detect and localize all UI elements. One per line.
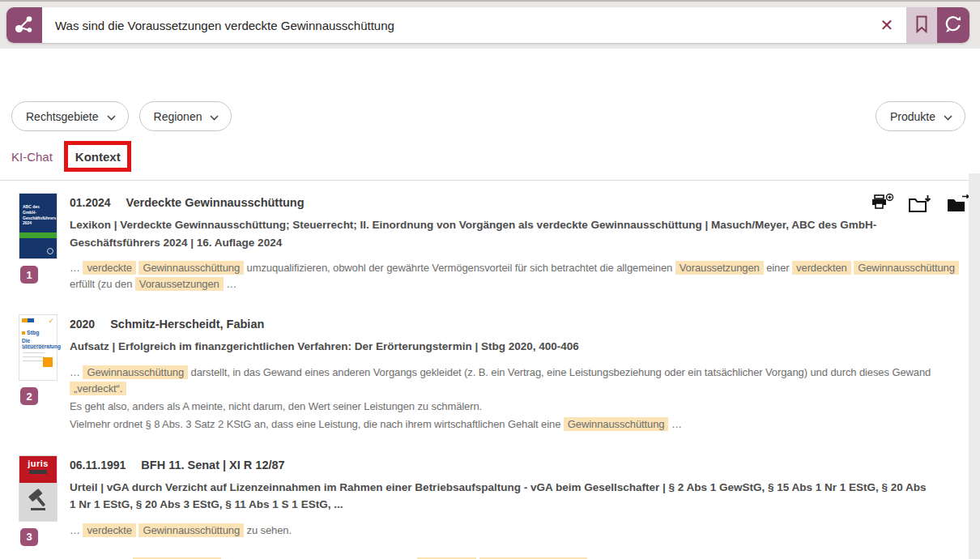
result-body: 2020 Schmitz-Herscheidt, Fabian Aufsatz … (70, 315, 980, 433)
filter-produkte[interactable]: Produkte (876, 101, 965, 131)
snippet-line: Vielmehr ordnet § 8 Abs. 3 Satz 2 KStG a… (70, 416, 967, 433)
filter-rechtsgebiete[interactable]: Rechtsgebiete (11, 101, 129, 131)
folder-download-button[interactable] (908, 194, 932, 214)
document-thumbnail[interactable]: ABC des GmbH-Geschäftsführers 2024 (19, 194, 57, 258)
filter-regionen[interactable]: Regionen (139, 101, 232, 131)
result-snippet: … Gewinnausschüttung darstellt, in das G… (70, 365, 967, 433)
tab-kontext[interactable]: Kontext (75, 150, 121, 164)
search-input[interactable] (42, 7, 867, 43)
result-title[interactable]: Schmitz-Herscheidt, Fabian (110, 318, 264, 331)
tab-ki-chat[interactable]: KI-Chat (11, 150, 53, 164)
result-head: 01.2024 Verdeckte Gewinnausschüttung (70, 196, 967, 209)
highlighted-term: Gewinnausschüttung (854, 261, 959, 275)
result-item: ✓StbgDie Steuerberatung 2 2020 Schmitz-H… (19, 315, 980, 433)
chevron-down-icon (107, 110, 116, 123)
result-head: 06.11.1991 BFH 11. Senat | XI R 12/87 (70, 459, 967, 472)
result-date: 06.11.1991 (70, 459, 126, 472)
print-add-button[interactable] (870, 194, 894, 214)
chevron-down-icon (210, 110, 219, 123)
folder-export-button[interactable] (946, 194, 970, 214)
result-subtitle: Urteil | vGA durch Verzicht auf Lizenzei… (70, 479, 967, 514)
rerun-chat-button[interactable] (937, 7, 969, 43)
folder-download-icon (908, 204, 932, 216)
filter-label: Produkte (890, 110, 935, 123)
tab-kontext-wrap: Kontext (75, 150, 121, 164)
result-actions (870, 194, 970, 214)
document-thumbnail[interactable]: juris (19, 456, 57, 521)
result-title[interactable]: Verdeckte Gewinnausschüttung (126, 196, 305, 209)
result-title[interactable]: BFH 11. Senat | XI R 12/87 (141, 459, 284, 472)
highlighted-term: verdeckte (83, 523, 135, 537)
results-list: ABC des GmbH-Geschäftsführers 2024 1 01.… (0, 181, 980, 559)
cover-brand: juris (19, 456, 57, 483)
cover-title: ABC des GmbH-Geschäftsführers 2024 (23, 204, 53, 226)
folder-export-icon (946, 204, 970, 216)
highlighted-term: Gewinnausschüttung (138, 261, 244, 275)
clear-search-button[interactable]: ✕ (867, 7, 906, 43)
result-snippet: … verdeckte Gewinnausschüttung zu sehen.… (70, 523, 967, 559)
result-subtitle: Aufsatz | Erfolgreich im finanzgerichtli… (70, 338, 967, 356)
network-icon (14, 14, 35, 37)
result-head: 2020 Schmitz-Herscheidt, Fabian (70, 318, 967, 331)
scrollbar-track[interactable] (969, 173, 980, 559)
result-left-column: ✓StbgDie Steuerberatung 2 (19, 315, 70, 433)
print-add-icon (870, 204, 894, 216)
highlighted-term: Gewinnausschüttung (564, 417, 669, 431)
gavel-icon (27, 489, 49, 514)
search-results-page: ✕ Recht (0, 0, 980, 559)
filter-label: Regionen (154, 110, 202, 123)
close-icon: ✕ (880, 15, 894, 35)
result-number-badge: 2 (20, 387, 38, 405)
highlighted-term: verdeckte (83, 261, 135, 275)
bookmark-icon (915, 15, 928, 36)
snippet-line: … Gewinnausschüttung darstellt, in das G… (70, 365, 967, 397)
snippet-line: … verdeckte Gewinnausschüttung umzuquali… (70, 260, 967, 292)
publisher-logo (22, 318, 34, 322)
result-date: 2020 (70, 318, 95, 331)
check-icon: ✓ (48, 318, 54, 324)
ai-search-button[interactable] (6, 7, 42, 43)
result-body: 01.2024 Verdeckte Gewinnausschüttung Lex… (70, 194, 980, 292)
result-subtitle: Lexikon | Verdeckte Gewinnausschüttung; … (70, 216, 967, 251)
cover-brand: Stbg (22, 330, 54, 335)
search-header: ✕ (0, 0, 980, 49)
result-body: 06.11.1991 BFH 11. Senat | XI R 12/87 Ur… (70, 456, 980, 559)
filter-label: Rechtsgebiete (26, 110, 99, 123)
filter-row: Rechtsgebiete Regionen Produkte (11, 101, 965, 131)
result-left-column: juris 3 (19, 456, 70, 559)
result-number-badge: 1 (20, 266, 38, 284)
result-item: ABC des GmbH-Geschäftsführers 2024 1 01.… (19, 194, 980, 292)
highlighted-term: verdeckten (792, 261, 851, 275)
chat-refresh-icon (944, 15, 963, 36)
chevron-down-icon (944, 110, 952, 123)
result-left-column: ABC des GmbH-Geschäftsführers 2024 1 (19, 194, 70, 292)
highlighted-term: Gewinnausschüttung (138, 523, 244, 537)
highlighted-term: „verdeckt“. (70, 382, 126, 395)
search-bar: ✕ (6, 7, 969, 43)
highlighted-term: Voraussetzungen (135, 277, 224, 291)
cover-stripe (19, 233, 57, 238)
document-thumbnail[interactable]: ✓StbgDie Steuerberatung (19, 315, 57, 380)
result-date: 01.2024 (70, 196, 111, 209)
tab-bar: KI-Chat Kontext (11, 150, 980, 169)
snippet-line: Es geht also, anders als A meinte, nicht… (70, 399, 967, 415)
snippet-line: … verdeckte Gewinnausschüttung zu sehen. (70, 523, 967, 539)
result-number-badge: 3 (20, 528, 38, 546)
highlighted-term: Gewinnausschüttung (83, 365, 188, 379)
result-snippet: … verdeckte Gewinnausschüttung umzuquali… (70, 260, 967, 292)
highlighted-term: Voraussetzungen (675, 261, 764, 275)
result-item: juris 3 06.11.1991 BFH 11. Senat | XI R … (19, 456, 980, 559)
bookmark-button[interactable] (906, 7, 937, 43)
